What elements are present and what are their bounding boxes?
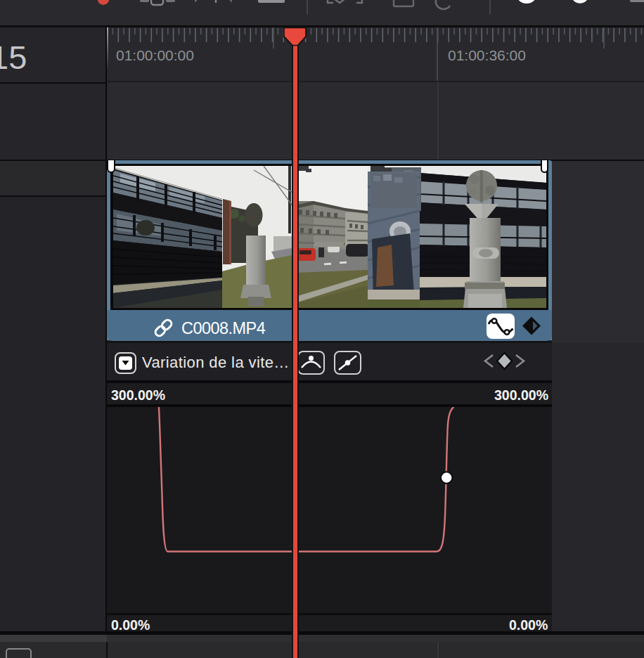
- svg-text:C0008.MP4: C0008.MP4: [181, 319, 266, 337]
- svg-text:01:00:36:00: 01:00:36:00: [448, 47, 526, 63]
- svg-text:01:00:00:00: 01:00:00:00: [116, 47, 194, 63]
- svg-text:Variation de la vite…: Variation de la vite…: [142, 354, 290, 371]
